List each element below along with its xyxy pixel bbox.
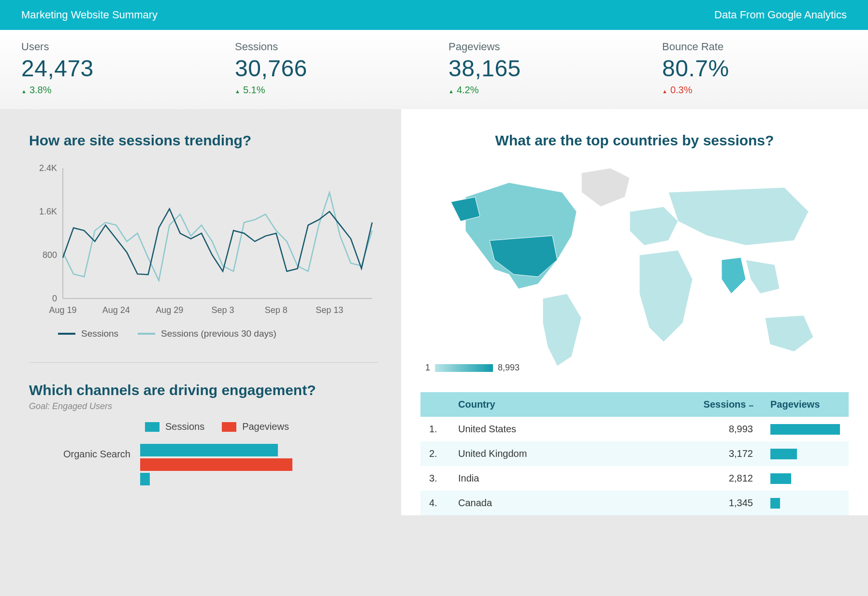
col-sessions[interactable]: Sessions••• [684,392,762,417]
kpi-label: Pageviews [448,41,633,53]
channel-bars[interactable] [140,444,378,487]
kpi-value: 30,766 [235,55,420,82]
kpi-delta: 4.2% [448,85,633,96]
kpi-label: Bounce Rate [662,41,847,53]
cell-pageviews-bar [762,441,849,466]
cell-rank: 1. [420,417,449,441]
world-map-svg [436,163,833,376]
cell-sessions: 3,172 [684,441,762,466]
channel-label: Organic Search [29,444,130,460]
legend-swatch [58,333,75,335]
kpi-row: Users 24,473 3.8% Sessions 30,766 5.1% P… [0,30,868,109]
cell-country: India [449,466,684,491]
line-chart-svg: 08001.6K2.4KAug 19Aug 24Aug 29Sep 3Sep 8… [29,163,377,318]
countries-title: What are the top countries by sessions? [420,132,849,149]
channel-row-organic-search: Organic Search [29,444,378,487]
svg-text:2.4K: 2.4K [39,163,57,173]
col-rank[interactable] [420,392,449,417]
header-bar: Marketing Website Summary Data From Goog… [0,0,868,30]
kpi-delta: 3.8% [21,85,206,96]
left-column: How are site sessions trending? 08001.6K… [0,109,401,515]
kpi-pageviews: Pageviews 38,165 4.2% [448,41,633,96]
kpi-users: Users 24,473 3.8% [21,41,206,96]
svg-text:Aug 29: Aug 29 [156,305,183,315]
arrow-up-icon [662,85,667,96]
page-title: Marketing Website Summary [21,9,158,21]
data-source-label: Data From Google Analytics [714,9,847,21]
cell-sessions: 8,993 [684,417,762,441]
table-row[interactable]: 2.United Kingdom3,172 [420,441,849,466]
svg-text:Aug 24: Aug 24 [102,305,130,315]
map-scale: 1 8,993 [425,363,520,373]
kpi-sessions: Sessions 30,766 5.1% [235,41,420,96]
legend-item-sessions-prev: Sessions (previous 30 days) [138,328,276,339]
arrow-up-icon [448,85,454,96]
arrow-up-icon [235,85,240,96]
cell-country: United States [449,417,684,441]
table-row[interactable]: 4.Canada1,345 [420,491,849,515]
channels-subtitle: Goal: Engaged Users [29,401,378,412]
channels-title: Which channels are driving engagement? [29,382,378,398]
legend-item-pageviews: Pageviews [222,421,289,432]
bar-sessions-next [140,473,150,485]
cell-pageviews-bar [762,466,849,491]
svg-text:1.6K: 1.6K [39,207,57,216]
countries-table: Country Sessions••• Pageviews 1.United S… [420,392,849,515]
legend-item-sessions: Sessions [145,421,204,432]
cell-country: United Kingdom [449,441,684,466]
cell-pageviews-bar [762,417,849,441]
map-scale-bar [435,364,493,372]
legend-swatch [138,333,155,335]
svg-text:Sep 8: Sep 8 [265,305,288,315]
table-header-row: Country Sessions••• Pageviews [420,392,849,417]
world-map[interactable]: 1 8,993 [420,163,849,378]
bar-sessions [140,444,278,456]
table-row[interactable]: 1.United States8,993 [420,417,849,441]
cell-pageviews-bar [762,491,849,515]
right-column: What are the top countries by sessions? … [401,109,868,515]
legend-item-sessions: Sessions [58,328,118,339]
cell-rank: 3. [420,466,449,491]
arrow-up-icon [21,85,27,96]
table-row[interactable]: 3.India2,812 [420,466,849,491]
kpi-delta: 0.3% [662,85,847,96]
svg-text:0: 0 [52,294,57,303]
divider [29,362,378,363]
kpi-bounce-rate: Bounce Rate 80.7% 0.3% [662,41,847,96]
kpi-delta: 5.1% [235,85,420,96]
channels-legend: Sessions Pageviews [145,421,378,432]
cell-sessions: 2,812 [684,466,762,491]
sessions-line-chart[interactable]: 08001.6K2.4KAug 19Aug 24Aug 29Sep 3Sep 8… [29,163,378,320]
svg-text:Sep 13: Sep 13 [316,305,343,315]
main-grid: How are site sessions trending? 08001.6K… [0,109,868,515]
cell-sessions: 1,345 [684,491,762,515]
col-pageviews[interactable]: Pageviews [762,392,849,417]
cell-country: Canada [449,491,684,515]
kpi-label: Sessions [235,41,420,53]
svg-text:Aug 19: Aug 19 [49,305,76,315]
kpi-value: 24,473 [21,55,206,82]
bar-pageviews [140,458,292,471]
svg-text:Sep 3: Sep 3 [212,305,234,315]
cell-rank: 4. [420,491,449,515]
legend-swatch [145,422,159,432]
kpi-label: Users [21,41,206,53]
kpi-value: 80.7% [662,55,847,82]
legend-swatch [222,422,236,432]
kpi-value: 38,165 [448,55,633,82]
col-country[interactable]: Country [449,392,684,417]
line-chart-legend: Sessions Sessions (previous 30 days) [58,328,378,339]
sort-icon: ••• [749,403,753,409]
cell-rank: 2. [420,441,449,466]
sessions-trend-title: How are site sessions trending? [29,132,378,149]
svg-text:800: 800 [43,250,57,260]
